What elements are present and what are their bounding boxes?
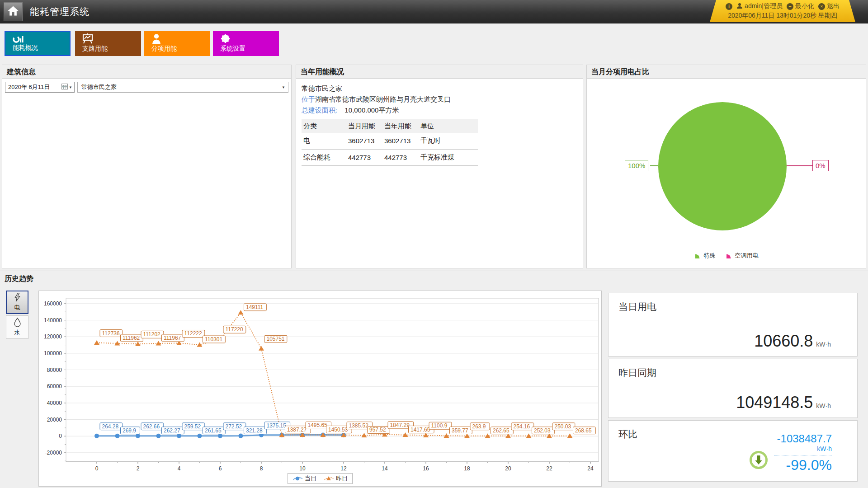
- gear-icon: [220, 33, 231, 46]
- building-info-panel: 建筑信息 2020年 6月11日 ▼ 常德市民之家 ▼: [2, 65, 292, 268]
- calendar-icon[interactable]: [61, 84, 68, 91]
- user-icon: [736, 3, 743, 10]
- user-label: admin|管理员: [745, 2, 783, 10]
- card-yesterday-usage: 昨日同期 1049148.5kW·h: [608, 359, 858, 418]
- svg-text:40000: 40000: [47, 400, 62, 406]
- building-select[interactable]: 常德市民之家 ▼: [77, 82, 288, 93]
- comparison-values: -1038487.7 kW·h -99.0%: [723, 432, 832, 473]
- building-name: 常德市民之家: [302, 84, 577, 93]
- svg-text:321.28: 321.28: [246, 427, 263, 434]
- nav-tab-branch-energy[interactable]: 支路用能: [75, 31, 141, 56]
- comparison-unit: kW·h: [723, 445, 832, 452]
- building-area: 总建设面积: 10,000.000平方米: [302, 106, 577, 115]
- date-picker[interactable]: 2020年 6月11日 ▼: [5, 82, 75, 93]
- pie-chart: [658, 102, 787, 230]
- pie-legend: 特殊 空调用电: [587, 252, 866, 260]
- svg-text:112222: 112222: [184, 330, 202, 337]
- svg-text:264.28: 264.28: [102, 423, 119, 430]
- card-value: 10660.8kW·h: [754, 332, 831, 351]
- chevron-down-icon: ▼: [282, 85, 285, 89]
- pie-label-special: 100%: [625, 160, 648, 171]
- svg-text:100000: 100000: [44, 350, 62, 357]
- svg-text:262.66: 262.66: [143, 423, 160, 430]
- svg-text:8: 8: [260, 465, 263, 472]
- card-period-comparison: 环比 -1038487.7 kW·h -99.0%: [608, 420, 858, 482]
- svg-text:120000: 120000: [44, 333, 62, 340]
- svg-text:105751: 105751: [267, 336, 285, 342]
- app-title: 能耗管理系统: [30, 0, 90, 23]
- legend-item-hvac[interactable]: 空调用电: [726, 252, 759, 260]
- svg-text:1375.15: 1375.15: [267, 422, 287, 429]
- trend-chart: -200000200004000060000800001000001200001…: [39, 291, 601, 486]
- table-row: 综合能耗 442773 442773 千克标准煤: [302, 149, 478, 165]
- exit-button[interactable]: ✕ 退出: [818, 2, 840, 10]
- svg-text:254.16: 254.16: [514, 423, 530, 430]
- svg-text:259.52: 259.52: [184, 423, 201, 430]
- pie-panel: 当月分项用电占比 100% 0% 特殊 空调用电: [586, 65, 866, 268]
- close-icon: ✕: [818, 3, 825, 10]
- svg-text:111967: 111967: [164, 335, 181, 341]
- pie-label-hvac: 0%: [812, 160, 829, 171]
- svg-text:1847.29: 1847.29: [390, 422, 410, 428]
- home-button[interactable]: [4, 2, 23, 21]
- toggle-water[interactable]: 水: [6, 315, 28, 339]
- building-address: 位于湖南省常德市武陵区朗州路与月亮大道交叉口: [302, 95, 577, 104]
- svg-text:110301: 110301: [205, 336, 222, 343]
- svg-text:12: 12: [340, 465, 347, 472]
- card-title: 当日用电: [609, 293, 857, 313]
- info-icon[interactable]: i: [726, 3, 732, 10]
- panel-title: 当月分项用电占比: [587, 65, 866, 79]
- toggle-electricity[interactable]: 电: [6, 291, 28, 314]
- svg-text:16: 16: [423, 465, 429, 472]
- svg-text:250.03: 250.03: [555, 423, 571, 430]
- trend-legend: 当日 昨日: [288, 473, 353, 484]
- svg-text:111202: 111202: [143, 331, 161, 338]
- building-select-value: 常德市民之家: [81, 83, 281, 91]
- svg-text:252.03: 252.03: [534, 427, 551, 434]
- nav-tab-system-settings[interactable]: 系统设置: [213, 31, 279, 56]
- svg-text:10: 10: [299, 465, 306, 472]
- svg-text:6: 6: [219, 465, 222, 472]
- svg-text:1495.65: 1495.65: [308, 422, 328, 428]
- svg-text:111962: 111962: [123, 335, 140, 341]
- svg-text:24: 24: [587, 465, 594, 472]
- card-today-usage: 当日用电 10660.8kW·h: [608, 293, 858, 357]
- presentation-chart-icon: [82, 33, 93, 46]
- nav-tab-energy-overview[interactable]: 能耗概况: [5, 31, 71, 56]
- svg-text:14: 14: [382, 465, 388, 472]
- svg-text:18: 18: [464, 465, 470, 472]
- card-value: 1049148.5kW·h: [736, 393, 831, 412]
- svg-text:20: 20: [505, 465, 511, 472]
- minimize-button[interactable]: − 最小化: [787, 2, 814, 10]
- svg-text:112736: 112736: [102, 330, 120, 337]
- svg-text:140000: 140000: [44, 317, 62, 324]
- card-unit: kW·h: [816, 341, 831, 348]
- nav-tab-item-energy[interactable]: 分项用能: [144, 31, 210, 56]
- annual-energy-panel: 当年用能概况 常德市民之家 位于湖南省常德市武陵区朗州路与月亮大道交叉口 总建设…: [296, 65, 583, 268]
- app-header: 能耗管理系统 i admin|管理员 − 最小化 ✕ 退出 2020年06月11…: [0, 0, 868, 23]
- svg-text:261.65: 261.65: [205, 427, 222, 434]
- dotted-divider: [774, 455, 832, 455]
- svg-text:-20000: -20000: [45, 450, 62, 456]
- table-row: 电 3602713 3602713 千瓦时: [302, 133, 478, 149]
- minimize-icon: −: [787, 3, 793, 10]
- svg-text:268.65: 268.65: [575, 427, 592, 434]
- legend-item-yesterday[interactable]: 昨日: [324, 474, 348, 483]
- svg-text:117220: 117220: [226, 326, 243, 333]
- svg-text:1450.53: 1450.53: [328, 427, 348, 433]
- svg-text:272.52: 272.52: [226, 423, 242, 430]
- comparison-delta: -1038487.7: [723, 432, 832, 445]
- nav-label: 系统设置: [220, 45, 245, 53]
- svg-text:1417.65: 1417.65: [410, 427, 430, 433]
- nav-label: 分项用能: [151, 45, 177, 53]
- comparison-percent: -99.0%: [723, 457, 832, 473]
- svg-text:149111: 149111: [246, 304, 264, 310]
- nav-label: 支路用能: [82, 45, 108, 53]
- date-value: 2020年 6月11日: [8, 83, 61, 91]
- card-unit: kW·h: [816, 402, 831, 409]
- legend-item-special[interactable]: 特殊: [694, 252, 716, 260]
- pie-callout-line: [787, 165, 812, 166]
- legend-item-today[interactable]: 当日: [292, 474, 316, 483]
- svg-text:269.9: 269.9: [123, 427, 136, 434]
- svg-text:1100.9: 1100.9: [431, 422, 448, 429]
